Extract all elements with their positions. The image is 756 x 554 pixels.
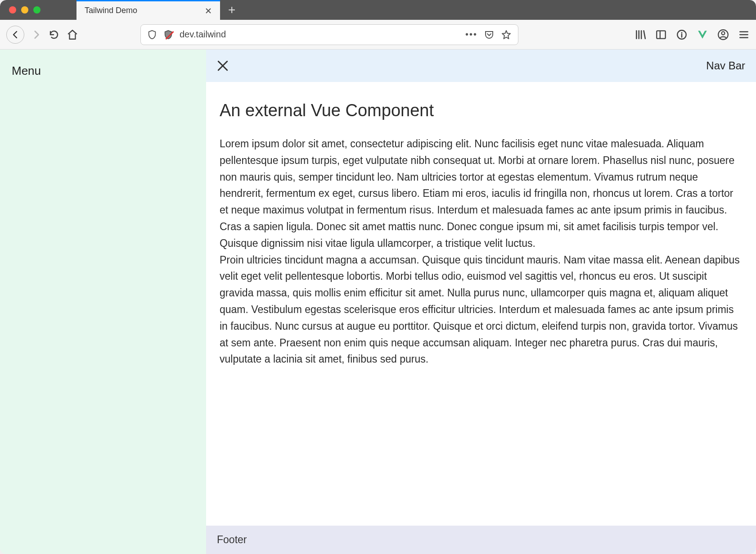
navbar-title: Nav Bar (706, 59, 745, 72)
shield-icon[interactable] (147, 29, 157, 40)
content-area: An external Vue Component Lorem ipsum do… (206, 82, 756, 526)
bookmark-star-icon[interactable] (501, 29, 512, 40)
svg-point-5 (722, 32, 725, 35)
tab-close-icon[interactable] (205, 7, 212, 14)
sidebar-menu-label[interactable]: Menu (12, 64, 194, 78)
svg-point-3 (681, 32, 682, 33)
tab-bar: Tailwind Demo + (0, 0, 756, 20)
window-controls (0, 6, 50, 14)
back-button[interactable] (6, 26, 24, 44)
sidebar-icon[interactable] (655, 29, 667, 41)
vue-devtools-icon[interactable] (697, 29, 708, 41)
window-zoom-button[interactable] (33, 6, 40, 14)
reload-button[interactable] (49, 29, 59, 40)
sidebar: Menu (0, 50, 206, 554)
url-text: dev.tailwind (180, 29, 226, 40)
toolbar-right-icons (634, 29, 750, 41)
content-paragraph-1: Lorem ipsum dolor sit amet, consectetur … (220, 136, 742, 252)
window-close-button[interactable] (9, 6, 16, 14)
navbar-close-icon[interactable] (217, 60, 229, 72)
browser-tab[interactable]: Tailwind Demo (76, 0, 220, 20)
forward-button[interactable] (32, 30, 41, 40)
address-bar[interactable]: dev.tailwind ••• (140, 24, 518, 45)
nav-buttons (6, 26, 78, 44)
footer: Footer (206, 526, 756, 554)
window-minimize-button[interactable] (21, 6, 28, 14)
page: Menu Nav Bar An external Vue Component L… (0, 50, 756, 554)
footer-label: Footer (217, 534, 247, 545)
tracking-protection-off-icon[interactable] (163, 29, 173, 40)
browser-toolbar: dev.tailwind ••• (0, 20, 756, 50)
library-icon[interactable] (634, 29, 646, 41)
hamburger-menu-icon[interactable] (738, 29, 750, 41)
tab-title: Tailwind Demo (85, 6, 137, 15)
account-icon[interactable] (717, 29, 729, 41)
info-icon[interactable] (676, 29, 688, 41)
content-paragraph-2: Proin ultricies tincidunt magna a accums… (220, 252, 742, 368)
app-navbar: Nav Bar (206, 50, 756, 82)
main: Nav Bar An external Vue Component Lorem … (206, 50, 756, 554)
content-heading: An external Vue Component (220, 101, 742, 120)
svg-rect-0 (657, 31, 666, 38)
pocket-icon[interactable] (484, 29, 495, 40)
home-button[interactable] (67, 29, 78, 41)
new-tab-button[interactable]: + (220, 4, 243, 16)
page-actions-icon[interactable]: ••• (465, 29, 477, 40)
